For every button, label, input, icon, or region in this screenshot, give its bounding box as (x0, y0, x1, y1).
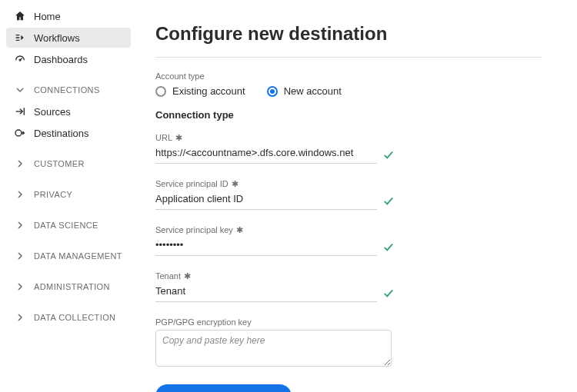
field-label: URL✱ (155, 133, 394, 142)
chevron-right-icon (14, 158, 26, 170)
divider (155, 57, 542, 58)
cat-administration[interactable]: Administration (6, 277, 131, 297)
cat-label: Privacy (34, 190, 72, 199)
chevron-right-icon (14, 250, 26, 262)
checkmark-icon (383, 287, 394, 298)
required-star-icon: ✱ (232, 180, 238, 188)
page-title: Configure new destination (155, 23, 542, 45)
checkmark-icon (383, 241, 394, 252)
cat-data-collection[interactable]: Data Collection (6, 307, 131, 327)
home-icon (14, 10, 26, 22)
cat-label: Data Collection (34, 313, 115, 322)
sidebar: Home Workflows Dashboards Connections (0, 0, 137, 392)
field-service-principal-key: Service principal key✱ (155, 225, 394, 256)
url-input[interactable] (155, 145, 377, 164)
nav-destinations[interactable]: Destinations (6, 123, 131, 143)
account-type-label: Account type (155, 71, 542, 81)
cat-label: Data Management (34, 251, 122, 261)
workflows-icon (14, 32, 26, 44)
field-service-principal-id: Service principal ID✱ (155, 179, 394, 210)
field-url: URL✱ (155, 133, 394, 164)
main-panel: Configure new destination Account type E… (137, 0, 577, 392)
sources-icon (14, 105, 26, 118)
field-label: Tenant✱ (155, 271, 394, 281)
chevron-right-icon (14, 219, 26, 231)
cat-label: Data Science (34, 221, 98, 230)
connection-type-heading: Connection type (155, 109, 542, 121)
account-type-group: Existing account New account (155, 85, 542, 97)
tenant-input[interactable] (155, 284, 377, 302)
service-principal-key-input[interactable] (155, 238, 377, 256)
cat-label: Customer (34, 159, 85, 168)
connect-to-destination-button[interactable]: Connect to destination (155, 384, 292, 392)
nav-home[interactable]: Home (6, 6, 131, 26)
dashboards-icon (14, 53, 26, 65)
destinations-icon (14, 127, 26, 139)
required-star-icon: ✱ (175, 134, 182, 142)
field-pgp-key: PGP/GPG encryption key (155, 317, 542, 369)
field-tenant: Tenant✱ (155, 271, 394, 302)
checkmark-icon (383, 195, 394, 206)
nav-label: Dashboards (34, 54, 88, 65)
service-principal-id-input[interactable] (155, 191, 377, 210)
cat-customer[interactable]: Customer (6, 154, 131, 174)
nav-workflows[interactable]: Workflows (6, 28, 131, 48)
cat-data-management[interactable]: Data Management (6, 246, 131, 266)
app-root: Home Workflows Dashboards Connections (0, 0, 577, 392)
cat-privacy[interactable]: Privacy (6, 184, 131, 204)
svg-point-0 (19, 60, 21, 61)
checkmark-icon (383, 149, 394, 160)
field-label: Service principal ID✱ (155, 179, 394, 188)
chevron-right-icon (14, 311, 26, 324)
subnav-connections: Sources Destinations (6, 101, 131, 143)
cat-data-science[interactable]: Data Science (6, 215, 131, 235)
radio-icon (155, 86, 166, 97)
cat-connections[interactable]: Connections (6, 80, 131, 100)
nav-label: Sources (34, 106, 71, 118)
nav-dashboards[interactable]: Dashboards (6, 49, 131, 69)
nav-label: Workflows (34, 32, 80, 44)
nav-label: Home (34, 11, 61, 22)
svg-point-1 (15, 130, 22, 136)
required-star-icon: ✱ (236, 226, 243, 234)
field-label: PGP/GPG encryption key (155, 317, 542, 327)
cat-label: Connections (34, 85, 100, 95)
chevron-right-icon (14, 281, 26, 293)
cat-label: Administration (34, 282, 110, 291)
radio-new-account[interactable]: New account (267, 85, 342, 97)
nav-label: Destinations (34, 128, 89, 139)
required-star-icon: ✱ (184, 272, 191, 281)
chevron-down-icon (14, 84, 26, 96)
chevron-right-icon (14, 188, 26, 201)
radio-label: Existing account (172, 85, 245, 97)
field-label: Service principal key✱ (155, 225, 394, 234)
radio-existing-account[interactable]: Existing account (155, 85, 245, 97)
nav-sources[interactable]: Sources (6, 101, 131, 121)
radio-label: New account (284, 85, 342, 97)
pgp-key-input[interactable] (155, 330, 392, 367)
radio-icon (267, 86, 278, 97)
